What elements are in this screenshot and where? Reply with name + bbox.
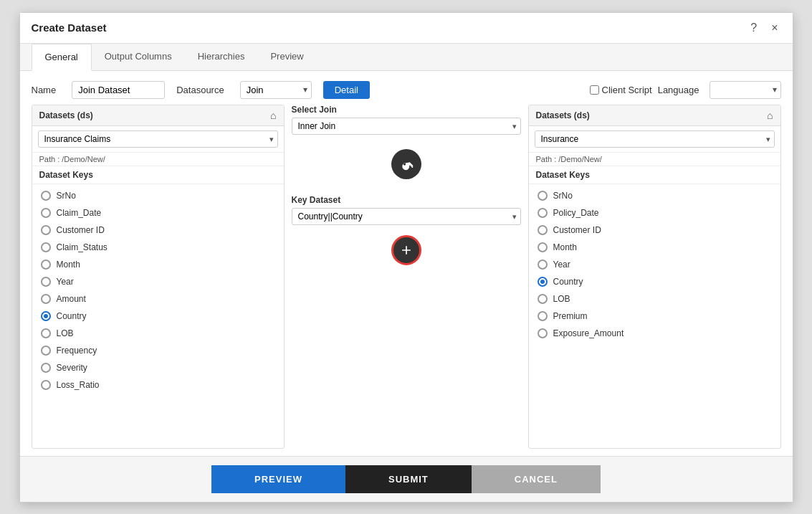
datasource-label: Datasource [176,85,224,95]
radio-circle [538,294,548,304]
list-item[interactable]: Customer ID [529,222,780,239]
help-icon: ? [750,22,757,34]
name-input[interactable] [72,81,165,99]
left-datasets-title: Datasets (ds) [39,110,93,120]
radio-circle [538,242,548,252]
radio-circle [41,328,51,338]
footer: PREVIEW SUBMIT CANCEL [20,456,793,502]
client-script-row: Client Script Language [590,81,781,99]
right-dataset-select[interactable]: Insurance [535,130,775,148]
detail-button[interactable]: Detail [323,81,370,99]
language-select-wrapper [710,81,781,99]
list-item[interactable]: Customer ID [32,222,284,239]
radio-circle [538,208,548,218]
list-item[interactable]: Country [32,308,284,325]
create-dataset-dialog: Create Dataset ? × General Output Column… [19,12,793,503]
middle-top: Select Join Inner Join Left Join Right J… [292,105,521,135]
radio-circle [538,311,548,321]
dialog-title: Create Dataset [32,22,107,34]
left-path: Path : /Demo/New/ [32,153,284,166]
list-item[interactable]: Loss_Ratio [32,376,284,394]
radio-circle [538,225,548,235]
middle-panel: Select Join Inner Join Left Join Right J… [285,105,528,449]
client-script-checkbox-label[interactable]: Client Script [590,85,652,95]
radio-circle [538,191,548,201]
radio-circle-selected [538,277,548,287]
key-svg-icon [399,157,414,171]
tab-preview[interactable]: Preview [257,44,316,70]
select-join-select[interactable]: Inner Join Left Join Right Join Full Joi… [292,118,521,135]
dialog-header: Create Dataset ? × [20,13,793,44]
preview-button[interactable]: PREVIEW [211,465,345,493]
list-item[interactable]: Exposure_Amount [529,325,780,342]
right-datasets-title: Datasets (ds) [536,110,590,120]
left-keys-list: SrNo Claim_Date Customer ID Claim_Status [32,184,284,448]
radio-circle [41,277,51,287]
top-controls-row: Name Datasource Join Detail Client Scrip… [32,81,781,99]
key-icon-button[interactable] [391,149,421,179]
close-icon-button[interactable]: × [768,20,780,36]
list-item[interactable]: Claim_Date [32,204,284,222]
radio-circle [41,225,51,235]
datasource-select[interactable]: Join [240,81,312,99]
header-icons: ? × [747,20,780,36]
list-item[interactable]: Frequency [32,342,284,359]
tab-output-columns[interactable]: Output Columns [92,44,185,70]
left-keys-header: Dataset Keys [32,166,284,184]
radio-circle [41,208,51,218]
right-home-icon-button[interactable]: ⌂ [767,110,773,121]
radio-circle [41,346,51,356]
submit-button[interactable]: SUBMIT [345,465,472,493]
list-item[interactable]: Year [529,256,780,273]
list-item[interactable]: SrNo [32,187,284,204]
list-item[interactable]: LOB [32,325,284,342]
key-dataset-label: Key Dataset [292,195,521,205]
client-script-checkbox[interactable] [590,85,599,95]
list-item[interactable]: Severity [32,359,284,376]
language-label: Language [658,85,699,95]
name-label: Name [32,85,57,95]
list-item[interactable]: SrNo [529,187,780,204]
radio-circle [41,260,51,270]
radio-circle [538,260,548,270]
right-keys-list: SrNo Policy_Date Customer ID Month [529,184,780,448]
list-item[interactable]: Month [32,256,284,273]
list-item[interactable]: Policy_Date [529,204,780,222]
left-panel-header: Datasets (ds) ⌂ [32,105,284,126]
main-content: Datasets (ds) ⌂ Insurance Claims Path : … [32,105,781,449]
select-join-label: Select Join [292,105,521,115]
dialog-body: Name Datasource Join Detail Client Scrip… [20,71,793,456]
list-item[interactable]: Month [529,239,780,256]
list-item[interactable]: LOB [529,290,780,308]
radio-circle [41,294,51,304]
right-panel-header: Datasets (ds) ⌂ [529,105,780,126]
left-panel: Datasets (ds) ⌂ Insurance Claims Path : … [32,105,285,449]
tab-general[interactable]: General [32,44,92,71]
left-dataset-select-row: Insurance Claims [32,126,284,153]
radio-circle [41,380,51,390]
right-dataset-select-row: Insurance [529,126,780,153]
radio-circle [41,191,51,201]
right-dataset-select-wrapper: Insurance [535,130,775,148]
list-item[interactable]: Amount [32,290,284,308]
close-icon: × [771,22,778,34]
select-join-wrapper: Inner Join Left Join Right Join Full Joi… [292,118,521,135]
help-icon-button[interactable]: ? [747,20,760,36]
radio-circle-selected [41,311,51,321]
add-key-button[interactable] [391,235,421,265]
cancel-button[interactable]: CANCEL [472,465,601,493]
list-item[interactable]: Claim_Status [32,239,284,256]
tabs-bar: General Output Columns Hierarchies Previ… [20,44,793,71]
list-item[interactable]: Year [32,273,284,290]
list-item[interactable]: Premium [529,308,780,325]
key-dataset-select[interactable]: Country||Country [292,208,521,225]
left-home-icon-button[interactable]: ⌂ [270,110,276,121]
language-select[interactable] [710,81,781,99]
list-item[interactable]: Country [529,273,780,290]
tab-hierarchies[interactable]: Hierarchies [185,44,258,70]
right-keys-header: Dataset Keys [529,166,780,184]
left-dataset-select[interactable]: Insurance Claims [38,130,278,148]
datasource-select-wrapper: Join [240,81,312,99]
left-dataset-select-wrapper: Insurance Claims [38,130,278,148]
radio-circle [538,328,548,338]
